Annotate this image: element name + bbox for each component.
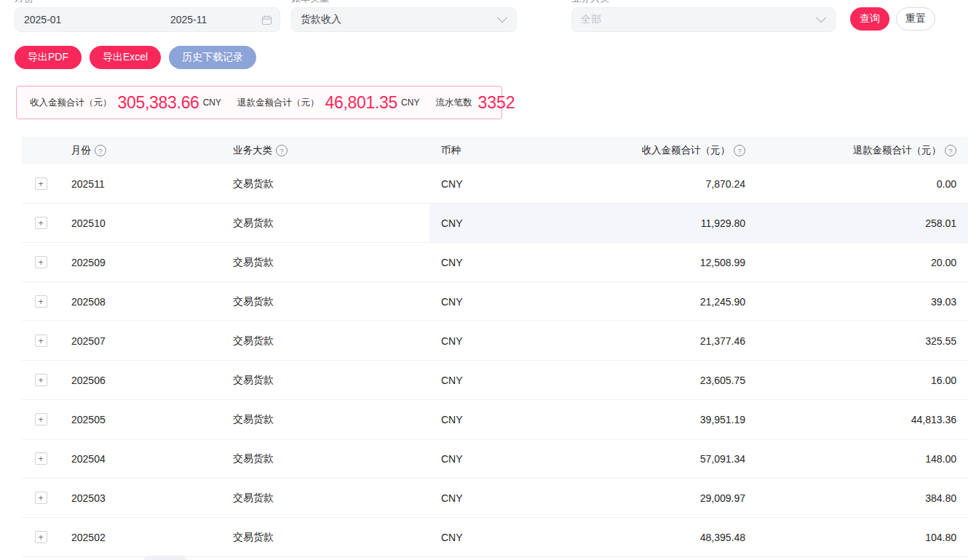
help-icon[interactable]: ? bbox=[276, 145, 288, 156]
billing-summary-page: 月份 账单类型 业务大类 2025-01 2025-11 货款收入 全部 查询 … bbox=[0, 0, 979, 560]
export-pdf-button[interactable]: 导出PDF bbox=[15, 46, 82, 69]
table-row: + 202503 交易货款 CNY 29,009.97 384.80 bbox=[22, 479, 968, 518]
txn-count-value: 3352 bbox=[477, 93, 515, 113]
summary-strip: 收入金额合计（元） 305,383.66 CNY 退款金额合计（元） 46,80… bbox=[16, 86, 502, 119]
monthly-billing-table: 月份 ? 业务大类 ? 币种 收入金额合计（元） ? 退款金额合计（元） ? +… bbox=[22, 137, 968, 557]
query-button[interactable]: 查询 bbox=[850, 7, 889, 31]
expand-row-icon[interactable]: + bbox=[35, 492, 47, 504]
table-row: + 202506 交易货款 CNY 23,605.75 16.00 bbox=[22, 361, 968, 400]
table-row: + 202511 交易货款 CNY 7,870.24 0.00 bbox=[22, 164, 968, 204]
business-category-filter-label: 业务大类 bbox=[571, 0, 609, 4]
month-cell: 202504 bbox=[60, 439, 221, 478]
business-category-select[interactable]: 全部 bbox=[571, 7, 836, 32]
currency-cell: CNY bbox=[429, 439, 560, 478]
expand-row-icon[interactable]: + bbox=[35, 335, 47, 347]
month-column-header: 月份 ? bbox=[60, 137, 221, 164]
income-cell: 21,377.46 bbox=[560, 321, 757, 360]
refund-cell: 0.00 bbox=[757, 164, 968, 203]
income-cell: 39,951.19 bbox=[560, 400, 757, 439]
category-cell: 交易货款 bbox=[221, 243, 429, 281]
category-cell: 交易货款 bbox=[221, 518, 429, 556]
expand-row-icon[interactable]: + bbox=[35, 374, 47, 386]
refund-cell: 325.55 bbox=[757, 321, 968, 360]
income-total-label: 收入金额合计（元） bbox=[30, 97, 112, 109]
currency-cell: CNY bbox=[429, 204, 560, 242]
pagination-control-partial[interactable] bbox=[144, 556, 187, 560]
table-row: + 202508 交易货款 CNY 21,245.90 39.03 bbox=[22, 282, 968, 321]
income-cell: 11,929.80 bbox=[560, 204, 757, 242]
refund-cell: 384.80 bbox=[757, 479, 968, 517]
currency-cell: CNY bbox=[429, 518, 560, 556]
table-row: + 202505 交易货款 CNY 39,951.19 44,813.36 bbox=[22, 400, 968, 439]
month-range-picker[interactable]: 2025-01 2025-11 bbox=[15, 7, 280, 32]
expand-row-icon[interactable]: + bbox=[35, 217, 47, 229]
refund-cell: 148.00 bbox=[757, 439, 968, 478]
export-toolbar: 导出PDF 导出Excel 历史下载记录 bbox=[15, 46, 256, 69]
month-cell: 202509 bbox=[60, 243, 221, 281]
category-cell: 交易货款 bbox=[221, 439, 429, 478]
range-end-value[interactable]: 2025-11 bbox=[170, 14, 207, 25]
bill-type-select[interactable]: 货款收入 bbox=[291, 7, 517, 32]
month-cell: 202507 bbox=[60, 321, 221, 360]
chevron-down-icon bbox=[497, 12, 507, 23]
table-row: + 202507 交易货款 CNY 21,377.46 325.55 bbox=[22, 321, 968, 361]
category-column-header: 业务大类 ? bbox=[221, 137, 429, 164]
month-cell: 202502 bbox=[60, 518, 221, 556]
income-cell: 57,091.34 bbox=[560, 439, 757, 478]
month-cell: 202503 bbox=[60, 479, 221, 517]
expand-row-icon[interactable]: + bbox=[35, 256, 47, 268]
month-filter-label: 月份 bbox=[15, 0, 33, 4]
chevron-down-icon bbox=[816, 12, 826, 23]
category-cell: 交易货款 bbox=[221, 479, 429, 517]
currency-cell: CNY bbox=[429, 400, 560, 439]
range-start-value[interactable]: 2025-01 bbox=[24, 14, 61, 25]
refund-cell: 44,813.36 bbox=[757, 400, 968, 439]
reset-button[interactable]: 重置 bbox=[896, 7, 935, 31]
category-cell: 交易货款 bbox=[221, 361, 429, 399]
category-cell: 交易货款 bbox=[221, 204, 429, 242]
calendar-icon[interactable] bbox=[261, 15, 272, 28]
income-cell: 12,508.99 bbox=[560, 243, 757, 281]
refund-total-unit: CNY bbox=[401, 97, 419, 108]
export-excel-button[interactable]: 导出Excel bbox=[90, 46, 161, 69]
category-cell: 交易货款 bbox=[221, 282, 429, 321]
help-icon[interactable]: ? bbox=[734, 145, 745, 156]
month-cell: 202505 bbox=[60, 400, 221, 439]
category-cell: 交易货款 bbox=[221, 164, 429, 203]
income-cell: 21,245.90 bbox=[560, 282, 757, 321]
help-icon[interactable]: ? bbox=[945, 145, 956, 156]
expand-row-icon[interactable]: + bbox=[35, 295, 47, 308]
refund-column-header: 退款金额合计（元） ? bbox=[757, 137, 968, 164]
month-cell: 202508 bbox=[60, 282, 221, 321]
bill-type-value: 货款收入 bbox=[301, 13, 341, 26]
expand-row-icon[interactable]: + bbox=[35, 452, 47, 465]
refund-cell: 20.00 bbox=[757, 243, 968, 281]
currency-cell: CNY bbox=[429, 361, 560, 399]
table-body: + 202511 交易货款 CNY 7,870.24 0.00 + 202510… bbox=[22, 164, 968, 557]
expand-row-icon[interactable]: + bbox=[35, 531, 47, 543]
expand-row-icon[interactable]: + bbox=[35, 177, 47, 190]
refund-total-label: 退款金额合计（元） bbox=[237, 97, 320, 109]
month-cell: 202511 bbox=[60, 164, 221, 203]
currency-cell: CNY bbox=[429, 282, 560, 321]
month-cell: 202510 bbox=[60, 204, 221, 242]
expand-row-icon[interactable]: + bbox=[35, 413, 47, 425]
month-cell: 202506 bbox=[60, 361, 221, 399]
refund-total-value: 46,801.35 bbox=[325, 93, 397, 113]
help-icon[interactable]: ? bbox=[95, 145, 106, 156]
currency-cell: CNY bbox=[429, 479, 560, 517]
income-cell: 48,395.48 bbox=[560, 518, 757, 556]
download-history-button[interactable]: 历史下载记录 bbox=[169, 46, 256, 69]
business-category-value: 全部 bbox=[581, 13, 601, 26]
refund-cell: 39.03 bbox=[757, 282, 968, 321]
table-row: + 202509 交易货款 CNY 12,508.99 20.00 bbox=[22, 243, 968, 282]
bill-type-filter-label: 账单类型 bbox=[291, 0, 329, 4]
table-row: + 202510 交易货款 CNY 11,929.80 258.01 bbox=[22, 204, 968, 243]
table-row: + 202504 交易货款 CNY 57,091.34 148.00 bbox=[22, 439, 968, 479]
refund-cell: 104.80 bbox=[757, 518, 968, 556]
income-total-value: 305,383.66 bbox=[118, 93, 199, 113]
refund-cell: 258.01 bbox=[757, 204, 968, 242]
txn-count-label: 流水笔数 bbox=[435, 97, 472, 109]
income-total-unit: CNY bbox=[203, 97, 221, 108]
currency-column-header: 币种 bbox=[429, 137, 560, 164]
